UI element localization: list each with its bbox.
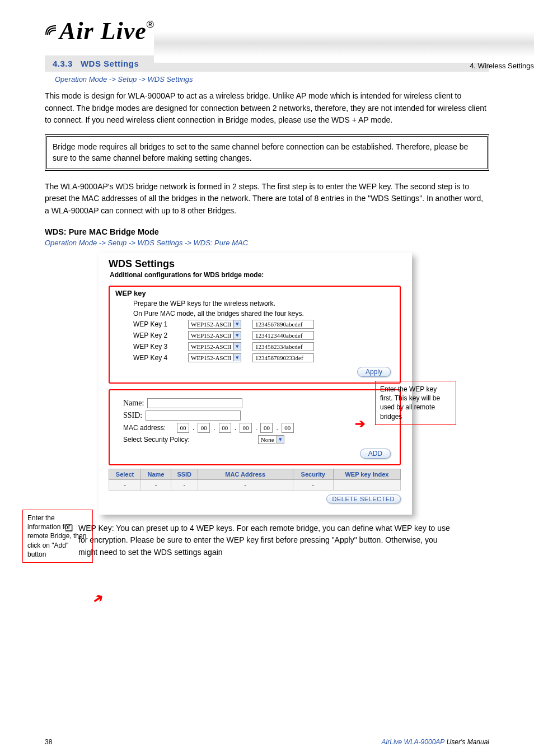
mac-label: MAC address: bbox=[123, 424, 174, 432]
name-input[interactable] bbox=[147, 398, 242, 408]
apply-button[interactable]: Apply bbox=[357, 367, 391, 377]
wepkey3-type-select[interactable]: WEP152-ASCII▾ bbox=[188, 342, 241, 351]
wepkey1-type-select[interactable]: WEP152-ASCII▾ bbox=[188, 320, 241, 329]
chevron-down-icon: ▾ bbox=[233, 354, 241, 361]
security-label: Select Security Policy: bbox=[123, 436, 190, 444]
wep-desc2: On Pure MAC mode, all the bridges shared… bbox=[133, 310, 394, 318]
subheading: WDS: Pure MAC Bridge Mode bbox=[45, 227, 489, 236]
wepkey4-label: WEP Key 4 bbox=[133, 354, 177, 362]
ssid-input[interactable] bbox=[146, 410, 241, 421]
wds-panel: WDS Settings Additional configurations f… bbox=[99, 253, 412, 515]
wepkey1-label: WEP Key 1 bbox=[133, 320, 177, 328]
callout-wep: Enter the WEP key first. This key will b… bbox=[375, 381, 456, 425]
mac-5[interactable] bbox=[282, 423, 294, 433]
add-button[interactable]: ADD bbox=[360, 449, 391, 459]
intro-paragraph-2: The WLA-9000AP's WDS bridge network is f… bbox=[45, 181, 489, 217]
wepkey4-input[interactable]: 1234567890233def bbox=[252, 353, 314, 362]
wepkey4-type-select[interactable]: WEP152-ASCII▾ bbox=[188, 353, 241, 362]
wepkey3-input[interactable]: 1234562334abcdef bbox=[252, 342, 314, 351]
footer-product: AirLive WLA-9000AP bbox=[382, 738, 445, 746]
panel-subline: Additional configurations for WDS bridge… bbox=[110, 271, 401, 279]
delete-button[interactable]: DELETE SELECTED bbox=[326, 494, 401, 503]
chapter-ref: 4. Wireless Settings bbox=[470, 62, 534, 70]
arrow-icon: ➔ bbox=[355, 417, 365, 431]
intro-paragraph-1: This mode is design for WLA-9000AP to ac… bbox=[45, 90, 489, 127]
wepkey2-label: WEP Key 2 bbox=[133, 332, 177, 339]
th-ssid: SSID bbox=[171, 469, 198, 479]
chevron-down-icon: ▾ bbox=[233, 320, 241, 328]
th-name: Name bbox=[141, 469, 171, 479]
ssid-label: SSID: bbox=[123, 411, 142, 420]
mac-1[interactable] bbox=[198, 423, 210, 433]
panel-title: WDS Settings bbox=[109, 258, 401, 270]
mac-3[interactable] bbox=[240, 423, 252, 433]
sub-breadcrumb: Operation Mode -> Setup -> WDS Settings … bbox=[45, 239, 489, 247]
section-number: 4.3.3 bbox=[53, 59, 73, 68]
wep-heading: WEP key bbox=[115, 289, 394, 297]
brand-text: Air Live bbox=[59, 17, 147, 45]
wds-table: Select Name SSID MAC Address Security WE… bbox=[109, 469, 401, 491]
security-select[interactable]: None▾ bbox=[258, 435, 284, 444]
wepkey-paragraph: WEP Key: You can preset up to 4 WEP keys… bbox=[78, 522, 453, 559]
th-mac: MAC Address bbox=[198, 469, 293, 479]
note-box: Bridge mode requires all bridges to set … bbox=[45, 134, 489, 171]
wep-section: WEP key Prepare the WEP keys for the wir… bbox=[109, 286, 401, 384]
th-select: Select bbox=[109, 469, 141, 479]
chevron-down-icon: ▾ bbox=[277, 436, 284, 443]
callout-add: Enter the information for remote Bridge,… bbox=[22, 510, 93, 563]
chevron-down-icon: ▾ bbox=[233, 332, 241, 339]
th-wepindex: WEP key Index bbox=[333, 469, 400, 479]
arrow-icon: ➔ bbox=[90, 590, 106, 608]
mac-0[interactable] bbox=[177, 423, 189, 433]
page-number: 38 bbox=[45, 738, 52, 746]
wepkey2-type-select[interactable]: WEP152-ASCII▾ bbox=[188, 331, 241, 340]
footer-manual: User's Manual bbox=[447, 738, 489, 746]
mac-2[interactable] bbox=[219, 423, 231, 433]
mac-4[interactable] bbox=[260, 423, 273, 433]
wepkey2-input[interactable]: 1234123440abcdef bbox=[252, 331, 314, 340]
wepkey1-input[interactable]: 1234567890abcdef bbox=[252, 320, 314, 329]
wep-desc1: Prepare the WEP keys for the wireless ne… bbox=[133, 300, 394, 307]
table-row: - - - - - bbox=[109, 479, 401, 490]
breadcrumb: Operation Mode -> Setup -> WDS Settings bbox=[55, 75, 489, 83]
th-security: Security bbox=[293, 469, 333, 479]
header-gradient bbox=[154, 24, 534, 63]
section-name: WDS Settings bbox=[81, 59, 139, 68]
chevron-down-icon: ▾ bbox=[233, 343, 241, 350]
name-label: Name: bbox=[123, 399, 144, 408]
wepkey3-label: WEP Key 3 bbox=[133, 343, 177, 351]
